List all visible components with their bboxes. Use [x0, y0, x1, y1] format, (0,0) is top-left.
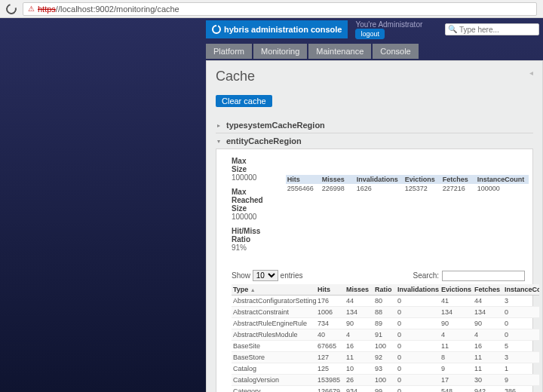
user-role-text: You're Administrator — [355, 20, 422, 29]
length-select[interactable]: 10 — [253, 270, 278, 281]
table-row: BaseStore127119208113 — [232, 352, 539, 363]
table-cell: 0 — [503, 329, 539, 341]
global-search-input[interactable] — [445, 23, 539, 35]
table-cell: 734 — [316, 318, 345, 329]
dt-search-input[interactable] — [442, 271, 525, 281]
table-cell: 41 — [440, 296, 473, 307]
table-cell: 0 — [396, 318, 440, 329]
main-nav: Platform Monitoring Maintenance Console — [206, 44, 543, 59]
table-cell: 9 — [503, 375, 539, 386]
table-cell: 11 — [345, 352, 373, 363]
table-cell: 90 — [440, 318, 473, 329]
nav-monitoring[interactable]: Monitoring — [253, 44, 307, 59]
global-search: 🔍 — [445, 23, 539, 35]
table-cell: AbstractRulesModule — [232, 329, 316, 341]
table-cell: 80 — [373, 296, 396, 307]
panel-collapse-icon[interactable]: ◂ — [529, 69, 533, 77]
table-cell: 5 — [503, 341, 539, 352]
table-cell: AbstractConstraint — [232, 307, 316, 318]
sort-asc-icon: ▲ — [250, 287, 256, 292]
table-cell: 100 — [373, 341, 396, 352]
address-bar[interactable]: ⚠ https//localhost:9002/monitoring/cache — [23, 2, 537, 16]
url-text: https//localhost:9002/monitoring/cache — [38, 5, 179, 14]
table-cell: 17 — [440, 375, 473, 386]
region-entity[interactable]: ▾ entityCacheRegion — [216, 133, 533, 149]
max-reached-value: 100000 — [232, 213, 263, 221]
table-cell: BaseSite — [232, 341, 316, 352]
table-cell: 126679 — [316, 386, 345, 393]
table-cell: 67665 — [316, 341, 345, 352]
table-cell: 11 — [473, 352, 503, 363]
region-typesystem[interactable]: ▸ typesystemCacheRegion — [216, 118, 533, 133]
max-size-value: 100000 — [232, 173, 263, 182]
table-cell: 44 — [473, 296, 503, 307]
table-cell: 125 — [316, 363, 345, 375]
user-status: You're Administrator logout — [355, 20, 422, 39]
table-cell: 127 — [316, 352, 345, 363]
table-cell: 0 — [396, 386, 440, 393]
col-ratio[interactable]: Ratio — [373, 284, 396, 296]
table-cell: 0 — [396, 329, 440, 341]
nav-platform[interactable]: Platform — [206, 44, 252, 59]
reload-icon[interactable] — [4, 2, 18, 16]
table-cell: 11 — [440, 341, 473, 352]
logout-button[interactable]: logout — [355, 29, 385, 39]
table-cell: Catalog — [232, 363, 316, 375]
table-cell: 88 — [373, 307, 396, 318]
col-misses[interactable]: Misses — [345, 284, 373, 296]
brand-logo[interactable]: hybris administration console — [206, 20, 348, 38]
table-row: BaseSite6766516100011165 — [232, 341, 539, 352]
table-header-row: Type ▲ Hits Misses Ratio Invalidations E… — [232, 284, 539, 296]
table-cell: 3 — [503, 352, 539, 363]
col-type[interactable]: Type ▲ — [232, 284, 316, 296]
table-cell: 100 — [373, 375, 396, 386]
table-cell: 16 — [473, 341, 503, 352]
table-cell: 93 — [373, 363, 396, 375]
table-cell: 0 — [396, 363, 440, 375]
table-cell: 4 — [440, 329, 473, 341]
table-cell: 176 — [316, 296, 345, 307]
table-cell: 90 — [473, 318, 503, 329]
col-evictions[interactable]: Evictions — [440, 284, 473, 296]
table-row: AbstractConfiguratorSetting1764480041443 — [232, 296, 539, 307]
table-cell: 386 — [503, 386, 539, 393]
table-cell: 0 — [396, 375, 440, 386]
col-hits[interactable]: Hits — [316, 284, 345, 296]
table-row: Category126679934990548942386 — [232, 386, 539, 393]
table-cell: 134 — [473, 307, 503, 318]
clear-cache-button[interactable]: Clear cache — [216, 95, 272, 107]
table-cell: 89 — [373, 318, 396, 329]
table-cell: 1 — [503, 363, 539, 375]
cache-table: Type ▲ Hits Misses Ratio Invalidations E… — [232, 284, 539, 392]
table-cell: 92 — [373, 352, 396, 363]
nav-maintenance[interactable]: Maintenance — [308, 44, 371, 59]
table-row: AbstractRulesModule404910440 — [232, 329, 539, 341]
table-cell: 30 — [473, 375, 503, 386]
table-cell: 0 — [396, 341, 440, 352]
table-cell: 942 — [473, 386, 503, 393]
table-cell: AbstractRuleEngineRule — [232, 318, 316, 329]
col-instancecount[interactable]: InstanceCount — [503, 284, 539, 296]
table-cell: 0 — [396, 296, 440, 307]
stats-header: HitsMissesInvalidationsEvictionsFetchesI… — [286, 175, 529, 184]
col-invalidations[interactable]: Invalidations — [396, 284, 440, 296]
table-cell: 0 — [396, 352, 440, 363]
table-cell: BaseStore — [232, 352, 316, 363]
length-label-pre: Show — [232, 271, 250, 280]
table-cell: 3 — [503, 296, 539, 307]
table-cell: AbstractConfiguratorSetting — [232, 296, 316, 307]
region-label: typesystemCacheRegion — [226, 121, 325, 130]
table-cell: 40 — [316, 329, 345, 341]
table-row: AbstractConstraint10061348801341340 — [232, 307, 539, 318]
stats-values: 25564662269981626125372227216100000 — [286, 184, 529, 193]
table-cell: 99 — [373, 386, 396, 393]
ratio-label: Hit/Miss Ratio — [232, 227, 263, 243]
table-cell: 16 — [345, 341, 373, 352]
chevron-down-icon: ▾ — [217, 138, 222, 145]
table-cell: CatalogVersion — [232, 375, 316, 386]
brand-icon — [212, 25, 221, 34]
table-row: AbstractRuleEngineRule7349089090900 — [232, 318, 539, 329]
nav-console[interactable]: Console — [373, 44, 418, 59]
table-cell: 153985 — [316, 375, 345, 386]
col-fetches[interactable]: Fetches — [473, 284, 503, 296]
